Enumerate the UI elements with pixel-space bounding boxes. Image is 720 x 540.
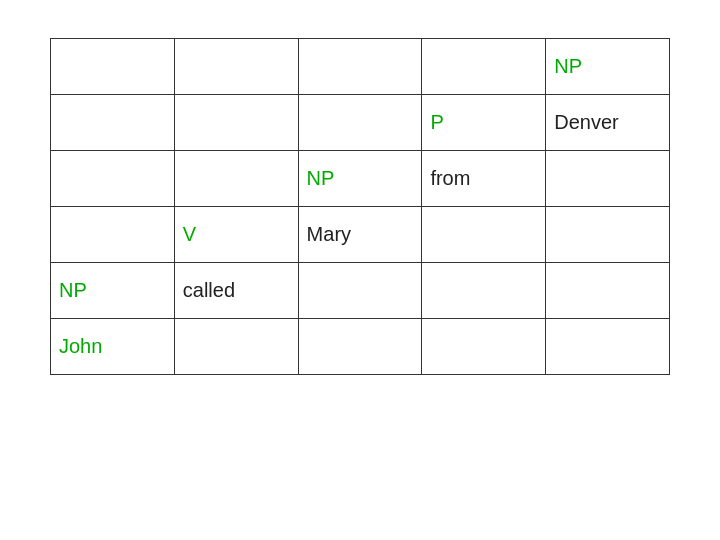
table-cell [422,207,546,263]
table-cell [174,151,298,207]
table-cell: called [174,263,298,319]
table-cell: Mary [298,207,422,263]
table-row: VMary [51,207,670,263]
table-cell [51,39,175,95]
table-cell: NP [51,263,175,319]
table-cell: Denver [546,95,670,151]
table-cell [298,319,422,375]
table-cell: NP [298,151,422,207]
table-cell: P [422,95,546,151]
table-cell: V [174,207,298,263]
parse-table: NPPDenverNPfromVMaryNPcalledJohn [50,38,670,375]
table-cell [546,319,670,375]
table-cell [51,95,175,151]
table-row: John [51,319,670,375]
table-cell [174,39,298,95]
table-cell [298,39,422,95]
table-cell [51,151,175,207]
table-cell [546,263,670,319]
table-cell [546,207,670,263]
table-row: NPcalled [51,263,670,319]
table-cell [422,263,546,319]
table-cell: from [422,151,546,207]
table-cell: John [51,319,175,375]
table-cell [298,263,422,319]
table-row: NPfrom [51,151,670,207]
table-cell [422,39,546,95]
table-row: PDenver [51,95,670,151]
table-cell [51,207,175,263]
table-cell: NP [546,39,670,95]
table-row: NP [51,39,670,95]
table-cell [422,319,546,375]
grid-container: NPPDenverNPfromVMaryNPcalledJohn [50,38,670,375]
table-cell [174,319,298,375]
table-cell [298,95,422,151]
table-cell [546,151,670,207]
table-cell [174,95,298,151]
